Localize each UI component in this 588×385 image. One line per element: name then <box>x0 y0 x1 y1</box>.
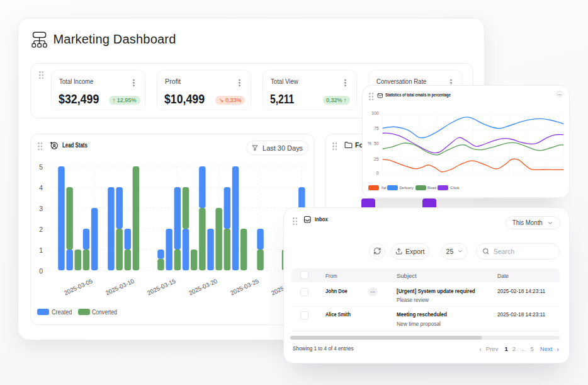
svg-text:4: 4 <box>39 184 43 192</box>
svg-text:%: % <box>368 141 371 146</box>
svg-text:75: 75 <box>374 126 379 130</box>
svg-text:2: 2 <box>39 226 43 233</box>
svg-text:100: 100 <box>371 111 379 115</box>
svg-text:5: 5 <box>39 163 43 171</box>
svg-text:50: 50 <box>374 141 379 146</box>
svg-text:0: 0 <box>39 267 43 275</box>
svg-text:25: 25 <box>374 157 379 161</box>
svg-text:3: 3 <box>39 205 43 212</box>
svg-text:1: 1 <box>39 246 43 254</box>
svg-text:0: 0 <box>376 171 379 175</box>
